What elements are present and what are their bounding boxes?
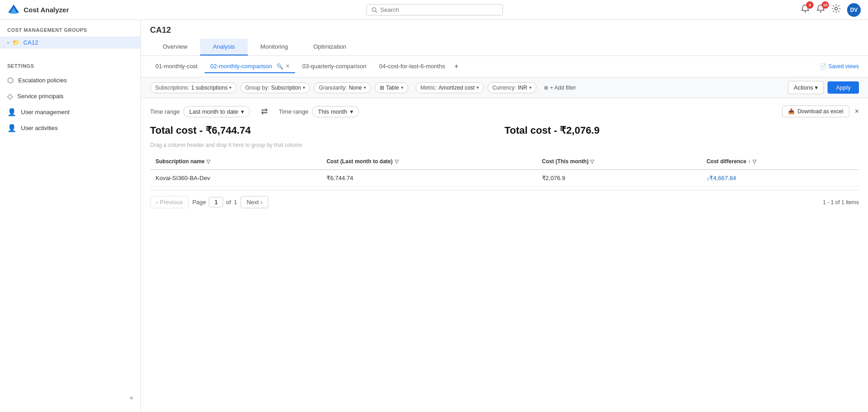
table-header-row: Subscription name ▽ Cost (Last month to … [150,154,859,170]
col-cost-last-month: Cost (Last month to date) ▽ [321,154,537,170]
sidebar-item-escalation[interactable]: ⬡ Escalation policies [0,72,140,88]
total-costs: Total cost - ₹6,744.74 Total cost - ₹2,0… [150,125,859,136]
svg-point-4 [804,11,806,13]
add-tab-button[interactable]: + [452,62,460,70]
svg-point-6 [835,7,838,10]
previous-button[interactable]: ‹ Previous [150,196,189,208]
analysis-content: Time range Last month to date ▾ ⇄ Time r… [141,98,868,412]
settings-icon[interactable] [832,4,841,15]
left-total-cost-value: Total cost - ₹6,744.74 [150,125,505,136]
left-time-range-dropdown-icon: ▾ [241,108,244,115]
search-box[interactable] [366,4,503,15]
view-dropdown-icon: ▾ [401,85,403,90]
cell-subscription-name: Kovai-SI360-BA-Dev [150,170,321,186]
sidebar-collapse-button[interactable]: « [0,390,140,405]
sidebar: COST MANAGEMENT GROUPS › 📁 CA12 SETTINGS… [0,20,141,412]
table-row: Kovai-SI360-BA-Dev ₹6,744.74 ₹2,076.9 ↓₹… [150,170,859,186]
sidebar-item-label-ca12: CA12 [23,39,38,46]
service-principals-icon: ◇ [7,92,13,100]
currency-filter[interactable]: Currency: INR ▾ [487,82,537,93]
download-excel-button[interactable]: 📥 Download as excel [782,106,849,117]
tab-optimization[interactable]: Optimization [301,39,359,55]
saved-views-icon: 📄 [820,63,827,70]
service-principals-label: Service principals [17,93,64,100]
cost-difference-value: ↓₹4,667.84 [707,175,736,181]
search-input[interactable] [380,6,498,13]
filter-bar-right: Actions ▾ Apply [788,81,859,94]
alert-icon[interactable]: 3 [801,4,810,15]
cost-difference-sort-icon[interactable]: ↑ [748,159,751,164]
cost-difference-filter-icon[interactable]: ▽ [753,159,756,165]
content-area: CA12 Overview Analysis Monitoring Optimi… [141,20,868,412]
sidebar-item-ca12[interactable]: › 📁 CA12 [0,36,140,49]
settings-section: SETTINGS ⬡ Escalation policies ◇ Service… [0,63,140,136]
granularity-filter[interactable]: Granularity: None ▾ [314,82,371,93]
table-icon: ⊞ [380,85,384,91]
sidebar-item-user-activities[interactable]: 👤 User activities [0,120,140,136]
group-by-dropdown-icon: ▾ [303,85,305,90]
alert-badge: 3 [806,1,813,9]
currency-dropdown-icon: ▾ [529,85,532,90]
tab-overview[interactable]: Overview [150,39,200,55]
granularity-dropdown-icon: ▾ [364,85,366,90]
col-cost-difference: Cost difference ↑ ▽ [701,154,859,170]
cell-cost-this-month: ₹2,076.9 [537,170,701,186]
top-header: Cost Analyzer 3 10 [0,0,868,20]
notification-badge: 10 [822,1,829,9]
group-by-filter[interactable]: Group by: Subscription ▾ [240,82,310,93]
tab-analysis[interactable]: Analysis [200,39,247,55]
right-total-cost-value: Total cost - ₹2,076.9 [505,125,859,136]
left-time-range-group: Time range Last month to date ▾ [150,106,250,117]
sub-tabs: 01-monthly-cost 02-monthly-comparison 🔍 … [141,56,868,77]
settings-section-label: SETTINGS [0,63,140,72]
subscription-filter-icon[interactable]: ▽ [206,159,210,165]
pagination-left: ‹ Previous Page of 1 Next › [150,196,268,208]
escalation-icon: ⬡ [7,76,14,85]
apply-button[interactable]: Apply [828,81,859,94]
main-tabs: Overview Analysis Monitoring Optimizatio… [141,39,868,56]
pin-icon[interactable]: 🔍 [276,63,283,70]
close-sub-tab-icon[interactable]: × [286,62,290,70]
header-right: 3 10 DV [801,3,861,17]
header-left: Cost Analyzer [7,4,69,16]
left-total-cost: Total cost - ₹6,744.74 [150,125,505,136]
sub-tab-01[interactable]: 01-monthly-cost [150,60,203,73]
right-time-range-select[interactable]: This month ▾ [312,106,359,117]
metric-filter[interactable]: Metric: Amortized cost ▾ [416,82,484,93]
drag-hint: Drag a column header and drop it here to… [150,142,859,148]
notification-icon[interactable]: 10 [816,4,825,15]
sub-tab-04[interactable]: 04-cost-for-last-6-months [374,60,451,73]
subscriptions-filter[interactable]: Subscriptions: 1 subscriptions ▾ [150,82,236,93]
cell-cost-difference: ↓₹4,667.84 [701,170,859,186]
avatar[interactable]: DV [847,3,861,17]
previous-chevron-icon: ‹ [156,199,158,206]
sidebar-item-service-principals[interactable]: ◇ Service principals [0,88,140,104]
left-time-range-select[interactable]: Last month to date ▾ [183,106,250,117]
next-button[interactable]: Next › [241,196,268,208]
page-title-bar: CA12 [141,20,868,35]
right-total-cost: Total cost - ₹2,076.9 [505,125,859,136]
sub-tab-03[interactable]: 03-quarterly-comparison [297,60,372,73]
swap-icon[interactable]: ⇄ [261,106,268,116]
sub-tab-02[interactable]: 02-monthly-comparison 🔍 × [205,60,295,73]
cost-this-month-filter-icon[interactable]: ▽ [590,159,594,165]
page-title: CA12 [150,25,171,35]
actions-button[interactable]: Actions ▾ [788,81,824,94]
cost-last-month-filter-icon[interactable]: ▽ [395,159,398,165]
sidebar-section-label: COST MANAGEMENT GROUPS [0,27,140,36]
app-title: Cost Analyzer [24,6,69,14]
subscriptions-dropdown-icon: ▾ [229,85,231,90]
next-chevron-icon: › [261,199,262,206]
folder-icon: 📁 [12,39,20,46]
add-filter-button[interactable]: ⊕ + Add filter [540,83,580,93]
tab-monitoring[interactable]: Monitoring [248,39,301,55]
user-management-icon: 👤 [7,108,16,116]
user-management-label: User management [21,109,70,116]
page-number-input[interactable] [209,197,223,207]
sidebar-item-user-management[interactable]: 👤 User management [0,104,140,120]
saved-views-button[interactable]: 📄 Saved views [820,63,859,70]
view-filter[interactable]: ⊞ Table ▾ [375,82,408,93]
escalation-label: Escalation policies [18,77,67,84]
comparison-close-button[interactable]: × [855,107,859,116]
comparison-header: Time range Last month to date ▾ ⇄ Time r… [150,106,859,117]
